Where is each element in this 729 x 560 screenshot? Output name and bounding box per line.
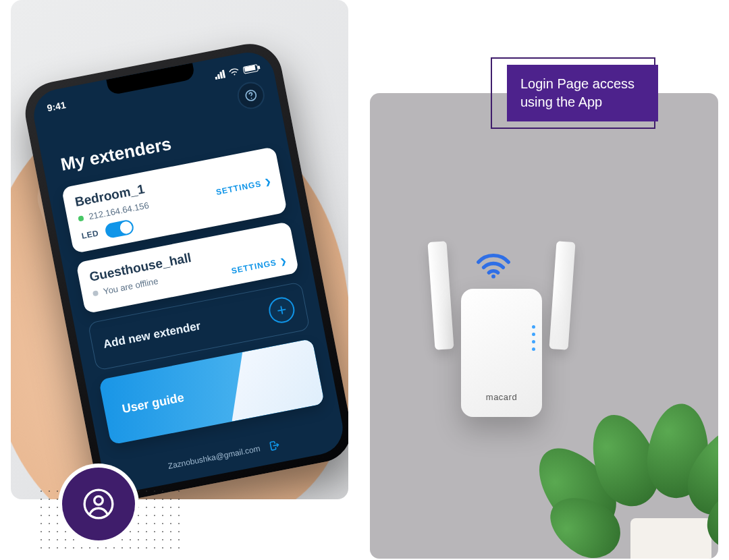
status-time: 9:41 — [46, 99, 67, 113]
add-extender-label: Add new extender — [102, 319, 202, 352]
help-button[interactable] — [235, 80, 267, 111]
plus-icon — [267, 295, 297, 325]
chevron-right-icon: ❯ — [279, 256, 288, 266]
phone-scene: 9:41 — [11, 0, 348, 499]
wifi-icon — [475, 252, 512, 279]
plant-decoration — [570, 343, 718, 559]
battery-icon — [242, 63, 259, 74]
callout-line2: using the App — [520, 93, 645, 111]
device-brand-label: macard — [486, 392, 517, 402]
account-email: Zaznobushka@gmail.com — [167, 444, 261, 471]
guide-illustration — [219, 339, 325, 422]
svg-point-0 — [491, 275, 495, 279]
svg-point-3 — [251, 98, 252, 99]
led-label: LED — [81, 228, 100, 241]
callout-label: Login Page access using the App — [507, 65, 658, 121]
callout-line1: Login Page access — [520, 75, 645, 93]
status-dot-online-icon — [78, 215, 84, 221]
status-dot-offline-icon — [92, 290, 99, 296]
svg-point-5 — [94, 497, 103, 505]
led-toggle[interactable] — [104, 219, 134, 240]
logout-icon[interactable] — [269, 439, 281, 452]
signal-icon — [214, 69, 225, 80]
user-badge-icon — [62, 468, 135, 540]
product-scene: macard — [370, 93, 718, 559]
user-guide-label: User guide — [121, 390, 185, 416]
svg-point-1 — [234, 74, 235, 75]
chevron-right-icon: ❯ — [265, 177, 273, 187]
status-bar: 9:41 — [30, 55, 274, 121]
wifi-status-icon — [228, 67, 240, 77]
